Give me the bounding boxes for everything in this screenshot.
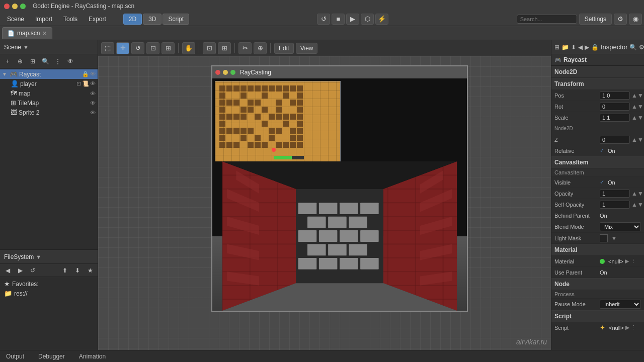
- fs-favorite-icon[interactable]: ★: [85, 265, 96, 276]
- section-node[interactable]: Node: [551, 278, 644, 290]
- prop-z-stepper[interactable]: ▲▼: [631, 136, 643, 143]
- fs-forward-icon[interactable]: ▶: [15, 265, 26, 276]
- prop-self-opacity-stepper[interactable]: ▲▼: [631, 201, 643, 208]
- prop-blend-mode-select[interactable]: Mix Add Sub Mul: [600, 222, 641, 231]
- prop-visible-checkbox[interactable]: ✓: [600, 179, 604, 186]
- game-max-dot[interactable]: [230, 70, 235, 75]
- tree-vis-icon[interactable]: 👁: [90, 71, 96, 77]
- prop-light-mask-color[interactable]: [600, 234, 608, 242]
- fs-up-icon[interactable]: ⬆: [59, 265, 70, 276]
- fs-back-icon[interactable]: ◀: [2, 265, 13, 276]
- viewport-canvas[interactable]: RayCasting: [98, 56, 551, 350]
- move-tool-icon[interactable]: ✛: [116, 42, 129, 54]
- scale-tool-icon[interactable]: ⊡: [146, 42, 159, 54]
- inspector-import-icon[interactable]: ⬇: [571, 42, 576, 52]
- bottom-tab-output[interactable]: Output: [4, 352, 26, 361]
- tab-map-scn[interactable]: 📄 map.scn ✕: [2, 27, 52, 39]
- prop-relative-checkbox[interactable]: ✓: [600, 147, 604, 154]
- prop-script-expand[interactable]: ▶: [625, 324, 629, 331]
- refresh-icon[interactable]: ↺: [317, 14, 330, 25]
- prop-scale-stepper[interactable]: ▲▼: [631, 114, 643, 121]
- section-canvas-item[interactable]: CanvasItem: [551, 156, 644, 168]
- tree-lock-icon[interactable]: 🔒: [82, 71, 89, 77]
- mode-2d[interactable]: 2D: [123, 14, 142, 25]
- monitor-icon[interactable]: ◉: [629, 14, 642, 25]
- menu-tools[interactable]: Tools: [58, 14, 83, 24]
- group-tool-icon[interactable]: ⊕: [254, 42, 267, 54]
- add-node-icon[interactable]: +: [2, 56, 13, 66]
- menu-export[interactable]: Export: [84, 14, 111, 24]
- tree-item-map[interactable]: 🗺 map 👁: [0, 88, 98, 98]
- sort-icon[interactable]: ⋮: [52, 56, 63, 66]
- fs-refresh-icon[interactable]: ↺: [27, 265, 38, 276]
- prop-pause-mode-select[interactable]: Inherit Stop Process: [600, 300, 641, 309]
- bottom-tab-debugger[interactable]: Debugger: [36, 352, 67, 361]
- prop-rot-stepper[interactable]: ▲▼: [631, 103, 643, 110]
- inspector-prev-icon[interactable]: ◀: [578, 42, 583, 52]
- eye-icon[interactable]: 👁: [65, 56, 76, 66]
- prop-rot-input[interactable]: [600, 103, 630, 111]
- gear-icon[interactable]: ⚙: [614, 14, 627, 25]
- minimize-dot[interactable]: [12, 4, 18, 9]
- tab-close-icon[interactable]: ✕: [42, 30, 47, 37]
- prop-scale-input[interactable]: [600, 114, 630, 122]
- tree-eye-map-icon[interactable]: 👁: [90, 90, 96, 97]
- prop-script-more[interactable]: ⋮: [631, 324, 636, 331]
- game-close-dot[interactable]: [215, 70, 220, 75]
- export-icon[interactable]: ⬡: [361, 14, 374, 25]
- play-icon[interactable]: ▶: [346, 14, 359, 25]
- lock-tool-icon[interactable]: ⊡: [203, 42, 216, 54]
- tree-item-tilemap[interactable]: ⊞ TileMap 👁: [0, 98, 98, 108]
- anchor-tool-icon[interactable]: ⊞: [218, 42, 231, 54]
- prop-z-input[interactable]: [600, 136, 630, 144]
- prop-opacity-stepper[interactable]: ▲▼: [631, 190, 643, 197]
- mode-3d[interactable]: 3D: [143, 14, 162, 25]
- prop-pos-input[interactable]: [600, 92, 630, 100]
- select-tool-icon[interactable]: ⬚: [101, 42, 114, 54]
- edit-button[interactable]: Edit: [274, 43, 294, 54]
- maximize-dot[interactable]: [20, 4, 26, 9]
- game-min-dot[interactable]: [223, 70, 228, 75]
- settings-button[interactable]: Settings: [579, 14, 612, 25]
- tree-eye-icon[interactable]: 👁: [90, 80, 96, 87]
- inspector-settings-icon[interactable]: ⚙: [639, 42, 644, 52]
- rotate-tool-icon[interactable]: ↺: [131, 42, 144, 54]
- pan-tool-icon[interactable]: ✋: [182, 42, 195, 54]
- section-transform[interactable]: Transform: [551, 78, 644, 90]
- inspector-scene-icon[interactable]: ⊞: [554, 42, 559, 52]
- remote-icon[interactable]: ⚡: [375, 14, 388, 25]
- tree-item-raycast[interactable]: ▼ 🎮 Raycast 🔒 👁: [0, 69, 98, 79]
- snap-tool-icon[interactable]: ✂: [238, 42, 252, 54]
- fs-down-icon[interactable]: ⬇: [72, 265, 83, 276]
- section-node2d[interactable]: Node2D: [551, 66, 644, 78]
- mode-script[interactable]: Script: [163, 14, 189, 25]
- instance-icon[interactable]: ⊞: [27, 56, 38, 66]
- fs-item-res[interactable]: 📁 res://: [2, 289, 96, 298]
- inspector-lock-icon[interactable]: 🔒: [591, 42, 599, 52]
- tree-attach-icon[interactable]: ⊡: [76, 80, 81, 87]
- section-material[interactable]: Material: [551, 244, 644, 256]
- tree-item-player[interactable]: 👤 player ⊡ 📜 👁: [0, 79, 98, 88]
- scene-panel-arrow[interactable]: ▼: [23, 44, 29, 50]
- rect-tool-icon[interactable]: ⊞: [162, 42, 175, 54]
- close-dot[interactable]: [4, 4, 10, 9]
- prop-light-mask-arrow[interactable]: ▼: [611, 235, 617, 241]
- add-child-icon[interactable]: ⊕: [15, 56, 26, 66]
- fs-panel-arrow[interactable]: ▼: [36, 254, 41, 260]
- view-button[interactable]: View: [296, 43, 318, 54]
- stop-icon[interactable]: ■: [332, 14, 345, 25]
- prop-self-opacity-input[interactable]: [600, 201, 630, 209]
- filter-icon[interactable]: 🔍: [40, 56, 51, 66]
- bottom-tab-animation[interactable]: Animation: [77, 352, 108, 361]
- tree-eye-sprite2-icon[interactable]: 👁: [90, 110, 96, 116]
- menu-import[interactable]: Import: [30, 14, 57, 24]
- inspector-folder-icon[interactable]: 📁: [561, 42, 569, 52]
- prop-material-expand[interactable]: ▶: [625, 258, 629, 264]
- inspector-next-icon[interactable]: ▶: [585, 42, 589, 52]
- section-script[interactable]: Script: [551, 310, 644, 322]
- prop-pos-stepper[interactable]: ▲▼: [631, 92, 643, 99]
- search-input[interactable]: [517, 15, 577, 24]
- tree-item-sprite2[interactable]: 🖼 Sprite 2 👁: [0, 108, 98, 117]
- prop-opacity-input[interactable]: [600, 190, 630, 198]
- inspector-search-icon[interactable]: 🔍: [629, 42, 637, 52]
